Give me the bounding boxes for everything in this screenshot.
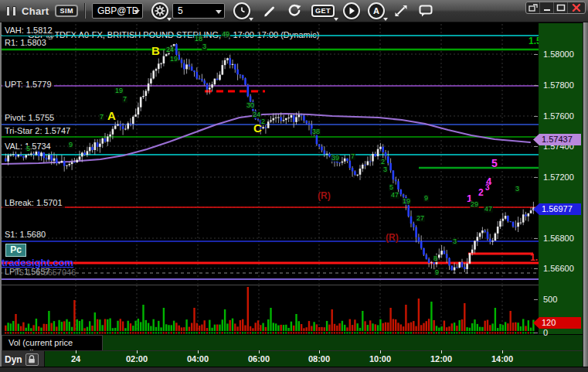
volume-bars xyxy=(5,287,535,331)
app-icon xyxy=(6,6,16,16)
tradesight-link[interactable]: tradesight.com xyxy=(2,257,73,268)
candle-bodies xyxy=(5,44,535,270)
chevron-down-icon xyxy=(167,18,172,21)
play-button[interactable] xyxy=(342,2,361,20)
lock-button[interactable] xyxy=(25,353,39,366)
time-frame-clock-button[interactable] xyxy=(233,2,251,20)
price-pane-plot[interactable] xyxy=(2,23,539,285)
chart-window: Chart SIM GBP@TD 5 xyxy=(0,0,588,372)
auto-button[interactable]: A xyxy=(367,2,386,20)
close-button[interactable] xyxy=(568,2,585,13)
volume-gridlines xyxy=(76,285,502,331)
swap-arrows-button[interactable] xyxy=(392,2,410,20)
interval-value: 5 xyxy=(178,5,183,16)
draw-pencil-button[interactable] xyxy=(260,2,279,20)
settings-gear-button[interactable] xyxy=(151,2,169,20)
window-title: Chart xyxy=(22,5,49,17)
pencil-icon xyxy=(262,3,277,19)
window-controls xyxy=(525,2,586,14)
clock-icon xyxy=(233,2,250,19)
interval-combobox[interactable]: 5 xyxy=(172,3,225,19)
symbol-combobox[interactable]: GBP@TD xyxy=(92,3,143,19)
volume-pane-plot[interactable] xyxy=(2,285,539,334)
maximize-button[interactable] xyxy=(554,2,568,13)
refresh-button[interactable] xyxy=(285,2,304,20)
play-icon xyxy=(343,2,360,19)
scrollbar-strip[interactable] xyxy=(583,22,588,367)
tick-strip xyxy=(5,332,534,333)
toolbar: Chart SIM GBP@TD 5 xyxy=(0,0,588,22)
chevron-down-icon xyxy=(216,10,222,14)
chevron-down-icon xyxy=(383,18,388,21)
circular-arrow-icon xyxy=(286,2,303,19)
gear-icon xyxy=(151,2,168,19)
symbol-value: GBP@TD xyxy=(97,5,139,16)
speech-bubble-icon xyxy=(417,2,434,19)
get-data-button[interactable]: GET xyxy=(310,2,336,20)
auto-label: A xyxy=(373,6,379,15)
candle-wicks xyxy=(5,43,533,274)
moving-average-line xyxy=(2,114,530,164)
dyn-label: Dyn xyxy=(5,354,22,365)
minimize-button[interactable] xyxy=(540,2,554,13)
swap-arrows-icon xyxy=(393,3,409,19)
popout-button[interactable] xyxy=(526,2,540,13)
auto-a-icon: A xyxy=(368,2,385,19)
dyn-mode-block: Dyn xyxy=(2,351,45,367)
chevron-down-icon xyxy=(334,18,338,21)
sim-badge: SIM xyxy=(55,5,78,17)
chevron-down-icon xyxy=(249,18,253,21)
tab-volume-study[interactable]: Vol (current price bar)x xyxy=(2,335,103,351)
time-axis[interactable]: Dyn xyxy=(2,350,583,367)
get-label: GET xyxy=(311,5,335,17)
chevron-down-icon xyxy=(134,10,140,14)
tab-row: Vol (current price bar)x xyxy=(2,334,583,350)
padlock-icon xyxy=(28,355,36,363)
comment-bubble-button[interactable] xyxy=(416,2,435,20)
window-frame-bottom xyxy=(0,367,588,372)
price-axis[interactable] xyxy=(539,23,583,334)
toolbar-separator xyxy=(84,3,86,19)
